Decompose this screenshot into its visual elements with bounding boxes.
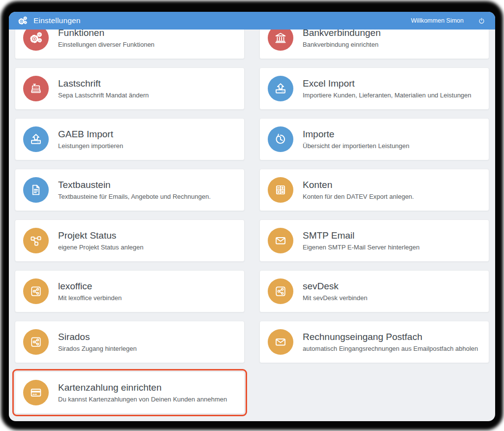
settings-card[interactable]: Kartenzahlung einrichten Du kannst Karte… [15,371,245,414]
settings-card[interactable]: Lastschrift Sepa Lastschrift Mandat ände… [15,67,245,110]
document-icon [23,177,49,203]
calculator-icon [268,177,293,203]
card-description: Übersicht der importierten Leistungen [303,142,410,150]
settings-card[interactable]: sevDesk Mit sevDesk verbinden [259,270,489,312]
share-square-icon [268,278,293,304]
settings-card-grid: Funktionen Einstellungen diverser Funkti… [15,30,489,414]
card-description: Sepa Lastschrift Mandat ändern [58,92,149,99]
card-description: Eigenen SMTP E-Mail Server hinterlegen [303,244,420,251]
envelope-icon [268,228,293,253]
welcome-user-text: Willkommen Simon [411,17,464,24]
page-title-group: Einstellungen [17,15,81,27]
settings-card[interactable]: Funktionen Einstellungen diverser Funkti… [15,30,245,59]
app-window: Einstellungen Willkommen Simon Funktione… [9,12,495,421]
settings-card[interactable]: Importe Übersicht der importierten Leist… [259,118,489,160]
upload-icon [23,126,49,152]
card-description: Leistungen importieren [58,142,123,150]
cash-register-icon [23,76,49,101]
card-description: eigene Projekt Status anlegen [58,244,143,251]
card-title: GAEB Import [58,129,123,140]
settings-card[interactable]: Projekt Status eigene Projekt Status anl… [15,219,245,262]
card-title: Bankverbindungen [303,30,380,38]
settings-card[interactable]: Excel Import Importiere Kunden, Lieferan… [259,67,489,110]
card-title: Textbaustein [58,180,211,190]
network-icon [23,228,49,253]
card-title: Importe [303,129,410,140]
card-description: Importiere Kunden, Lieferanten, Material… [303,92,472,99]
top-navigation-bar: Einstellungen Willkommen Simon [9,12,495,30]
card-title: SMTP Email [303,230,420,241]
card-description: Textbausteine für Emails, Angebote und R… [58,193,211,201]
card-description: Einstellungen diverser Funktionen [58,41,155,49]
bank-icon [268,30,293,51]
settings-content: Funktionen Einstellungen diverser Funkti… [9,30,495,421]
share-square-icon [23,329,49,355]
upload-icon [268,76,293,101]
settings-card[interactable]: Bankverbindungen Bankverbindung einricht… [259,30,489,59]
share-square-icon [23,278,49,304]
gears-icon [17,15,29,27]
settings-card[interactable]: Textbaustein Textbausteine für Emails, A… [15,169,245,211]
card-description: Mit sevDesk verbinden [303,294,368,302]
card-title: Konten [303,180,414,190]
history-icon [268,126,293,152]
settings-card[interactable]: GAEB Import Leistungen importieren [15,118,245,160]
card-description: Konten für den DATEV Export anlegen. [303,193,414,201]
card-title: Lastschrift [58,78,149,89]
card-description: automatisch Eingangsrechnungen aus Email… [303,345,478,353]
card-title: Sirados [58,332,137,342]
settings-card[interactable]: lexoffice Mit lexoffice verbinden [15,270,245,312]
card-title: Projekt Status [58,230,143,241]
card-title: Funktionen [58,30,155,38]
power-icon[interactable] [476,16,486,26]
card-title: lexoffice [58,281,122,292]
card-title: Rechnungseingang Postfach [303,332,478,342]
settings-card[interactable]: Rechnungseingang Postfach automatisch Ei… [259,321,489,363]
credit-card-icon [23,380,49,405]
settings-card[interactable]: SMTP Email Eigenen SMTP E-Mail Server hi… [259,219,489,262]
card-description: Mit lexoffice verbinden [58,294,122,302]
settings-card[interactable]: Konten Konten für den DATEV Export anleg… [259,169,489,211]
envelope-icon [268,329,293,355]
card-title: Excel Import [303,78,472,89]
gears-icon [23,30,49,51]
card-description: Du kannst Kartenzahlungen von Deinen Kun… [58,396,227,403]
card-title: Kartenzahlung einrichten [58,382,227,393]
card-description: Bankverbindung einrichten [303,41,380,49]
card-description: Sirados Zugang hinterlegen [58,345,137,353]
settings-card[interactable]: Sirados Sirados Zugang hinterlegen [15,321,245,363]
page-title: Einstellungen [33,16,81,25]
card-title: sevDesk [303,281,368,292]
